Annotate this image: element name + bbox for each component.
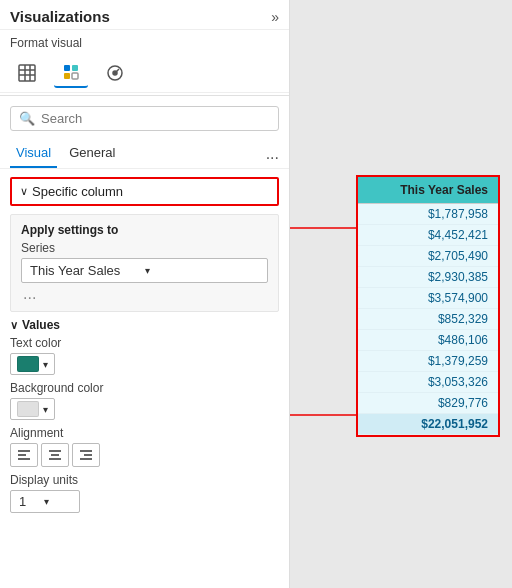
table-grid-icon-btn[interactable] [10, 58, 44, 88]
specific-column-label: Specific column [32, 184, 123, 199]
format-icon-btn[interactable] [54, 58, 88, 88]
table-row: $2,705,490 [358, 246, 498, 267]
table-row: $486,106 [358, 330, 498, 351]
tab-visual[interactable]: Visual [10, 139, 57, 168]
values-section: ∨ Values Text color ▾ Background color ▾… [10, 318, 279, 519]
series-value: This Year Sales [30, 263, 145, 278]
display-units-chevron-icon: ▾ [44, 496, 49, 507]
background-color-swatch [17, 401, 39, 417]
table-row: $4,452,421 [358, 225, 498, 246]
display-units-value: 1 [19, 494, 26, 509]
alignment-section: Alignment [10, 426, 279, 467]
panel-header: Visualizations » [0, 0, 289, 30]
table-total-row: $22,051,952 [358, 414, 498, 435]
collapse-icon[interactable]: » [271, 9, 279, 25]
values-label: Values [22, 318, 60, 332]
specific-column-header[interactable]: ∨ Specific column [12, 179, 277, 204]
panel-title: Visualizations [10, 8, 110, 25]
table-row: $3,574,900 [358, 288, 498, 309]
series-dropdown[interactable]: This Year Sales ▾ [21, 258, 268, 283]
left-panel: Visualizations » Format visual [0, 0, 290, 588]
table-row: $829,776 [358, 393, 498, 414]
chevron-down-icon: ∨ [20, 185, 28, 198]
svg-rect-8 [72, 73, 78, 79]
apply-settings-label: Apply settings to [21, 223, 268, 237]
text-color-chevron-icon: ▾ [43, 359, 48, 370]
values-chevron-icon: ∨ [10, 319, 18, 332]
background-color-label: Background color [10, 381, 279, 395]
alignment-label: Alignment [10, 426, 279, 440]
tab-more-icon[interactable]: ... [266, 145, 279, 163]
tabs-row: Visual General ... [0, 139, 289, 169]
svg-rect-0 [19, 65, 35, 81]
table-header: This Year Sales [358, 177, 498, 204]
data-table-container: This Year Sales $1,787,958$4,452,421$2,7… [356, 175, 500, 437]
background-color-row: Background color ▾ [10, 381, 279, 420]
alignment-buttons [10, 443, 279, 467]
svg-point-10 [113, 71, 117, 75]
display-units-section: Display units 1 ▾ [10, 473, 279, 513]
display-units-dropdown[interactable]: 1 ▾ [10, 490, 80, 513]
tab-general[interactable]: General [63, 139, 121, 168]
background-color-picker[interactable]: ▾ [10, 398, 55, 420]
text-color-swatch [17, 356, 39, 372]
table-row: $3,053,326 [358, 372, 498, 393]
series-chevron-icon: ▾ [145, 265, 260, 276]
icon-row [0, 54, 289, 93]
align-left-button[interactable] [10, 443, 38, 467]
svg-rect-6 [72, 65, 78, 71]
series-dots: ... [21, 285, 268, 303]
text-color-picker[interactable]: ▾ [10, 353, 55, 375]
format-visual-label: Format visual [0, 30, 289, 54]
specific-column-section: ∨ Specific column [10, 177, 279, 206]
table-row: $2,930,385 [358, 267, 498, 288]
data-table: This Year Sales $1,787,958$4,452,421$2,7… [358, 177, 498, 435]
analytics-icon-btn[interactable] [98, 58, 132, 88]
align-right-button[interactable] [72, 443, 100, 467]
series-label: Series [21, 241, 268, 255]
text-color-label: Text color [10, 336, 279, 350]
svg-rect-5 [64, 65, 70, 71]
bg-color-chevron-icon: ▾ [43, 404, 48, 415]
table-row: $1,787,958 [358, 204, 498, 225]
search-bar[interactable]: 🔍 [10, 106, 279, 131]
values-header[interactable]: ∨ Values [10, 318, 279, 332]
search-input[interactable] [41, 111, 270, 126]
search-icon: 🔍 [19, 111, 35, 126]
apply-settings-box: Apply settings to Series This Year Sales… [10, 214, 279, 312]
align-center-button[interactable] [41, 443, 69, 467]
table-row: $852,329 [358, 309, 498, 330]
svg-rect-7 [64, 73, 70, 79]
text-color-row: Text color ▾ [10, 336, 279, 375]
right-panel: This Year Sales $1,787,958$4,452,421$2,7… [290, 0, 512, 588]
display-units-label: Display units [10, 473, 279, 487]
table-row: $1,379,259 [358, 351, 498, 372]
